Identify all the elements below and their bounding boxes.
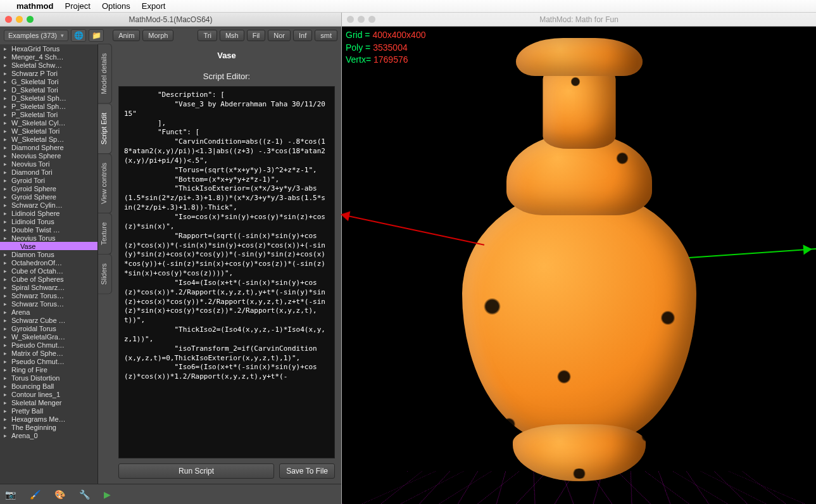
tree-item[interactable]: Ring of Fire xyxy=(0,365,97,374)
tree-item[interactable]: Matrix of Sphe… xyxy=(0,349,97,357)
anim-button[interactable]: Anim xyxy=(113,30,140,41)
tree-item[interactable]: Diamon Torus xyxy=(0,250,97,258)
close-icon[interactable] xyxy=(347,16,354,23)
examples-tree[interactable]: HexaGrid TorusMenger_4 Sch…Skeletal Schw… xyxy=(0,44,98,484)
tree-item[interactable]: The Beginning xyxy=(0,423,97,431)
palette-icon[interactable]: 🎨 xyxy=(54,489,65,500)
tree-item[interactable]: Pseudo Chmut… xyxy=(0,357,97,365)
globe-icon[interactable]: 🌐 xyxy=(71,29,86,42)
chevron-down-icon: ▾ xyxy=(61,32,64,39)
minimize-icon[interactable] xyxy=(16,16,23,23)
top-toolbar: Examples (373) ▾ 🌐 📁 Anim Morph Tri Msh … xyxy=(0,27,341,44)
tree-item[interactable]: W_Skeletal Sp… xyxy=(0,135,97,143)
viewport-window: MathMod: Math for Fun Grid = 400x400x400… xyxy=(342,13,816,504)
tree-item[interactable]: Schwarz Cube … xyxy=(0,316,97,324)
tab-sliders[interactable]: Sliders xyxy=(98,254,112,294)
tree-item[interactable]: Double Twist … xyxy=(0,225,97,234)
tree-item[interactable]: Schwarz Torus… xyxy=(0,299,97,308)
tree-item[interactable]: Hexagrams Me… xyxy=(0,415,97,423)
menu-export[interactable]: Export xyxy=(142,1,166,11)
rendered-model xyxy=(462,38,696,494)
brush-icon[interactable]: 🖌️ xyxy=(30,489,41,500)
play-icon[interactable]: ▶ xyxy=(104,489,111,500)
script-editor-label: Script Editor: xyxy=(118,69,335,86)
editor-titlebar[interactable]: MathMod-5.1(MacOS64) xyxy=(0,13,341,27)
close-icon[interactable] xyxy=(5,16,12,23)
tree-item[interactable]: P_Skeletal Tori xyxy=(0,110,97,118)
tree-item[interactable]: Diamond Tori xyxy=(0,168,97,176)
tree-item[interactable]: Torus Distortion xyxy=(0,374,97,382)
tree-item[interactable]: Cube of Spheres xyxy=(0,275,97,283)
tree-item[interactable]: Contour lines_1 xyxy=(0,390,97,398)
viewport-titlebar[interactable]: MathMod: Math for Fun xyxy=(342,13,816,27)
tree-item[interactable]: W_SkeletalGra… xyxy=(0,332,97,341)
tab-view-controls[interactable]: View controls xyxy=(98,153,112,213)
tree-item[interactable]: Gyroid Sphere xyxy=(0,192,97,201)
run-script-button[interactable]: Run Script xyxy=(118,463,274,479)
tree-item[interactable]: Arena_0 xyxy=(0,431,97,439)
tri-button[interactable]: Tri xyxy=(198,30,217,41)
editor-window-title: MathMod-5.1(MacOS64) xyxy=(0,15,341,24)
editor-window: MathMod-5.1(MacOS64) Examples (373) ▾ 🌐 … xyxy=(0,13,342,504)
morph-button[interactable]: Morph xyxy=(142,30,173,41)
msh-button[interactable]: Msh xyxy=(220,30,244,41)
nor-button[interactable]: Nor xyxy=(268,30,291,41)
inf-button[interactable]: Inf xyxy=(293,30,312,41)
tree-item[interactable]: Neovius Sphere xyxy=(0,151,97,160)
tree-item[interactable]: W_Skeletal Cyl… xyxy=(0,118,97,127)
script-editor-pane: Vase Script Editor: "Description": [ "Va… xyxy=(112,44,341,484)
menu-project[interactable]: Project xyxy=(65,1,91,11)
tree-item[interactable]: Skeletal Menger xyxy=(0,398,97,406)
tree-item[interactable]: Cube of Octah… xyxy=(0,267,97,275)
tree-item[interactable]: Arena xyxy=(0,308,97,316)
3d-viewport[interactable]: Grid = 400x400x400 Poly = 3535004 Vertx=… xyxy=(342,27,816,504)
tree-item[interactable]: G_Skeletal Tori xyxy=(0,77,97,85)
tree-item[interactable]: HexaGrid Torus xyxy=(0,44,97,53)
examples-dropdown[interactable]: Examples (373) ▾ xyxy=(4,30,68,41)
tree-item[interactable]: Neovius Tori xyxy=(0,160,97,168)
poly-label: Poly = xyxy=(346,42,370,54)
menu-options[interactable]: Options xyxy=(102,1,130,11)
tree-item[interactable]: D_Skeletal Sph… xyxy=(0,94,97,102)
tree-item[interactable]: Schwarz P Tori xyxy=(0,69,97,77)
save-to-file-button[interactable]: Save To File xyxy=(279,463,335,479)
grid-value: 400x400x400 xyxy=(372,29,425,42)
camera-icon[interactable]: 📷 xyxy=(5,489,16,500)
tree-item[interactable]: Lidinoid Torus xyxy=(0,217,97,225)
zoom-icon[interactable] xyxy=(27,16,34,23)
tree-item[interactable]: D_Skeletal Tori xyxy=(0,85,97,94)
tab-script-edit[interactable]: Script Edit xyxy=(98,103,112,154)
tree-item[interactable]: Gyroid Tori xyxy=(0,176,97,184)
tree-item[interactable]: Diamond Sphere xyxy=(0,143,97,151)
tree-item[interactable]: Schwarz Cylin… xyxy=(0,201,97,209)
vert-label: Vertx= xyxy=(346,54,371,66)
tree-item[interactable]: Bouncing Ball xyxy=(0,382,97,390)
folder-icon[interactable]: 📁 xyxy=(89,29,104,42)
tree-item[interactable]: Gyroidal Torus xyxy=(0,324,97,332)
tab-model-details[interactable]: Model details xyxy=(98,44,112,104)
tree-item[interactable]: OctahedronOf… xyxy=(0,258,97,267)
viewport-window-title: MathMod: Math for Fun xyxy=(342,15,816,24)
tree-item[interactable]: Pretty Ball xyxy=(0,406,97,415)
zoom-icon[interactable] xyxy=(368,16,375,23)
tree-item[interactable]: Menger_4 Sch… xyxy=(0,53,97,61)
tree-item[interactable]: Neovius Torus xyxy=(0,234,97,242)
macos-menubar: mathmod Project Options Export xyxy=(0,0,816,13)
script-textarea[interactable]: "Description": [ "Vase_3 by Abderrahman … xyxy=(118,86,335,458)
tree-item[interactable]: Spiral Schwarz… xyxy=(0,283,97,291)
tree-item[interactable]: Pseudo Chmut… xyxy=(0,341,97,349)
smt-button[interactable]: smt xyxy=(315,30,337,41)
tree-item[interactable]: Schwarz Torus… xyxy=(0,291,97,299)
tab-texture[interactable]: Texture xyxy=(98,213,112,255)
tree-item[interactable]: Skeletal Schw… xyxy=(0,61,97,69)
fil-button[interactable]: Fil xyxy=(247,30,266,41)
tree-item[interactable]: Lidinoid Sphere xyxy=(0,209,97,217)
tree-item[interactable]: P_Skeletal Sph… xyxy=(0,102,97,110)
wrench-icon[interactable]: 🔧 xyxy=(79,489,90,500)
minimize-icon[interactable] xyxy=(358,16,365,23)
tree-item[interactable]: Vase xyxy=(0,242,97,250)
poly-value: 3535004 xyxy=(373,42,408,54)
app-name[interactable]: mathmod xyxy=(16,1,54,11)
tree-item[interactable]: Gyroid Sphere xyxy=(0,184,97,192)
tree-item[interactable]: W_Skeletal Tori xyxy=(0,127,97,135)
